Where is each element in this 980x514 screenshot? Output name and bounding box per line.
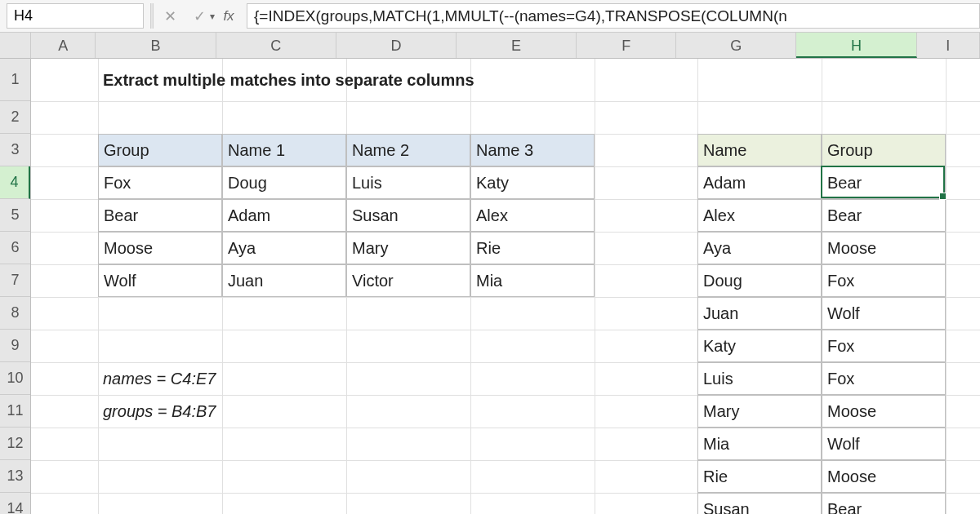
select-all-corner[interactable]: [0, 33, 31, 59]
name-box-container[interactable]: ▾: [7, 3, 144, 29]
table2-cell-8-1[interactable]: Wolf: [822, 428, 946, 460]
table1-cell-3-3[interactable]: Mia: [470, 264, 595, 297]
table1-cell-0-2[interactable]: Luis: [346, 166, 470, 199]
note-names: names = C4:E7: [98, 362, 346, 395]
table1-cell-2-3[interactable]: Rie: [470, 232, 595, 264]
table2-cell-5-0[interactable]: Katy: [697, 330, 822, 362]
cancel-icon[interactable]: ✕: [155, 0, 185, 32]
table1-cell-3-0[interactable]: Wolf: [98, 264, 222, 297]
table1-cell-2-2[interactable]: Mary: [346, 232, 470, 264]
col-header-A[interactable]: A: [31, 33, 96, 58]
row-header-12[interactable]: 12: [0, 428, 30, 460]
table1-cell-2-1[interactable]: Aya: [222, 232, 346, 264]
table2-header-1[interactable]: Group: [822, 134, 946, 166]
table2-cell-6-0[interactable]: Luis: [697, 362, 822, 395]
col-header-C[interactable]: C: [216, 33, 336, 58]
table1-cell-1-0[interactable]: Bear: [98, 199, 222, 232]
row-headers: 1234567891011121314: [0, 59, 31, 514]
table2-cell-5-1[interactable]: Fox: [822, 330, 946, 362]
formula-bar: ▾ ✕ ✓ fx {=INDEX(groups,MATCH(1,MMULT(--…: [0, 0, 980, 33]
row-header-10[interactable]: 10: [0, 362, 30, 395]
table2-cell-10-1[interactable]: Bear: [822, 493, 946, 514]
col-header-E[interactable]: E: [457, 33, 577, 58]
table2-cell-3-1[interactable]: Fox: [822, 264, 946, 297]
table2-cell-6-1[interactable]: Fox: [822, 362, 946, 395]
row-header-3[interactable]: 3: [0, 134, 30, 166]
table2-header-0[interactable]: Name: [697, 134, 822, 166]
table2-cell-2-0[interactable]: Aya: [697, 232, 822, 264]
note-groups: groups = B4:B7: [98, 395, 346, 428]
formula-input[interactable]: {=INDEX(groups,MATCH(1,MMULT(--(names=G4…: [247, 3, 980, 29]
table1-cell-3-1[interactable]: Juan: [222, 264, 346, 297]
col-header-F[interactable]: F: [577, 33, 676, 58]
cells-area[interactable]: Extract multiple matches into separate c…: [31, 59, 980, 514]
table2-cell-10-0[interactable]: Susan: [697, 493, 822, 514]
table1-header-0[interactable]: Group: [98, 134, 222, 166]
table1-cell-3-2[interactable]: Victor: [346, 264, 470, 297]
row-header-5[interactable]: 5: [0, 199, 30, 232]
column-headers: ABCDEFGHI: [31, 33, 980, 59]
table1-cell-2-0[interactable]: Moose: [98, 232, 222, 264]
table2-cell-4-1[interactable]: Wolf: [822, 297, 946, 330]
row-header-4[interactable]: 4: [0, 166, 30, 199]
row-header-7[interactable]: 7: [0, 264, 30, 297]
row-header-6[interactable]: 6: [0, 232, 30, 264]
table2-cell-2-1[interactable]: Moose: [822, 232, 946, 264]
table1-header-2[interactable]: Name 2: [346, 134, 470, 166]
row-header-9[interactable]: 9: [0, 330, 30, 362]
confirm-icon[interactable]: ✓: [185, 0, 214, 32]
table1-cell-0-3[interactable]: Katy: [470, 166, 595, 199]
table2-cell-9-1[interactable]: Moose: [822, 460, 946, 493]
table1-header-3[interactable]: Name 3: [470, 134, 595, 166]
row-header-14[interactable]: 14: [0, 493, 30, 514]
table2-cell-8-0[interactable]: Mia: [697, 428, 822, 460]
table1-cell-1-2[interactable]: Susan: [346, 199, 470, 232]
formula-bar-separator: [150, 3, 154, 29]
table2-cell-7-1[interactable]: Moose: [822, 395, 946, 428]
spreadsheet-grid: ABCDEFGHI 1234567891011121314 Extract mu…: [0, 33, 980, 514]
table2-cell-1-0[interactable]: Alex: [697, 199, 822, 232]
col-header-B[interactable]: B: [96, 33, 216, 58]
table1-header-1[interactable]: Name 1: [222, 134, 346, 166]
col-header-H[interactable]: H: [796, 33, 916, 58]
table2-cell-0-0[interactable]: Adam: [697, 166, 822, 199]
fx-icon[interactable]: fx: [214, 0, 243, 32]
table2-cell-3-0[interactable]: Doug: [697, 264, 822, 297]
col-header-D[interactable]: D: [336, 33, 457, 58]
table2-cell-9-0[interactable]: Rie: [697, 460, 822, 493]
col-header-G[interactable]: G: [676, 33, 796, 58]
table1-cell-1-3[interactable]: Alex: [470, 199, 595, 232]
page-title: Extract multiple matches into separate c…: [98, 59, 595, 101]
table2-cell-1-1[interactable]: Bear: [822, 199, 946, 232]
table1-cell-1-1[interactable]: Adam: [222, 199, 346, 232]
table2-cell-0-1[interactable]: Bear: [822, 166, 946, 199]
table2-cell-7-0[interactable]: Mary: [697, 395, 822, 428]
row-header-13[interactable]: 13: [0, 460, 30, 493]
row-header-8[interactable]: 8: [0, 297, 30, 330]
table2-cell-4-0[interactable]: Juan: [697, 297, 822, 330]
table1-cell-0-0[interactable]: Fox: [98, 166, 222, 199]
row-header-2[interactable]: 2: [0, 101, 30, 134]
row-header-11[interactable]: 11: [0, 395, 30, 428]
row-header-1[interactable]: 1: [0, 59, 30, 101]
col-header-I[interactable]: I: [917, 33, 980, 58]
table1-cell-0-1[interactable]: Doug: [222, 166, 346, 199]
